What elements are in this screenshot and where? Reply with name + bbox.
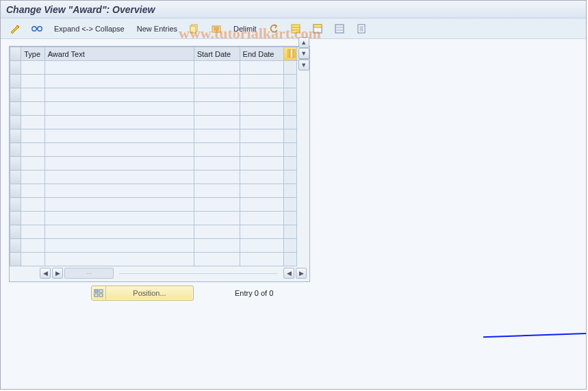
grid-cell[interactable] bbox=[240, 61, 284, 75]
grid-cell[interactable] bbox=[21, 116, 44, 129]
grid-cell[interactable] bbox=[44, 61, 194, 75]
new-entries-button[interactable]: New Entries bbox=[131, 21, 183, 36]
table-row[interactable] bbox=[10, 116, 309, 129]
grid-cell[interactable] bbox=[44, 157, 194, 171]
row-selector[interactable] bbox=[10, 143, 21, 157]
grid-cell[interactable] bbox=[240, 88, 284, 102]
table-row[interactable] bbox=[10, 212, 309, 225]
grid-cell[interactable] bbox=[44, 75, 194, 88]
scroll-down-bottom-icon[interactable]: ▼ bbox=[298, 48, 309, 59]
scroll-down-icon[interactable]: ▼ bbox=[298, 60, 309, 71]
row-selector[interactable] bbox=[10, 129, 21, 143]
grid-cell[interactable] bbox=[21, 129, 44, 143]
grid-cell[interactable] bbox=[44, 253, 194, 266]
grid-cell[interactable] bbox=[194, 143, 240, 157]
copy-icon[interactable] bbox=[184, 21, 205, 36]
grid-cell[interactable] bbox=[21, 102, 44, 116]
position-button[interactable]: Position... bbox=[91, 286, 194, 301]
table-row[interactable] bbox=[10, 129, 309, 143]
grid-cell[interactable] bbox=[21, 75, 44, 88]
scroll-first-icon[interactable]: ◀ bbox=[40, 268, 51, 279]
row-selector[interactable] bbox=[10, 88, 21, 102]
grid-cell[interactable] bbox=[44, 184, 194, 198]
grid-cell[interactable] bbox=[194, 184, 240, 198]
scroll-thumb[interactable]: ⋯ bbox=[64, 268, 114, 279]
row-selector[interactable] bbox=[10, 75, 21, 88]
grid-cell[interactable] bbox=[194, 198, 240, 212]
grid-cell[interactable] bbox=[44, 239, 194, 253]
configure-columns-icon[interactable] bbox=[284, 47, 296, 61]
grid-cell[interactable] bbox=[240, 171, 284, 184]
grid-cell[interactable] bbox=[21, 239, 44, 253]
row-selector[interactable] bbox=[10, 198, 21, 212]
grid-cell[interactable] bbox=[44, 198, 194, 212]
grid-cell[interactable] bbox=[194, 225, 240, 239]
grid-cell[interactable] bbox=[194, 253, 240, 266]
undo-icon[interactable] bbox=[264, 21, 284, 36]
table-row[interactable] bbox=[10, 253, 309, 266]
row-selector[interactable] bbox=[10, 61, 21, 75]
select-all-icon[interactable] bbox=[285, 21, 306, 36]
delimit-button[interactable]: Delimit bbox=[228, 21, 262, 36]
grid-cell[interactable] bbox=[240, 184, 284, 198]
grid-cell[interactable] bbox=[240, 129, 284, 143]
grid-cell[interactable] bbox=[240, 198, 284, 212]
deselect-all-icon[interactable] bbox=[329, 21, 350, 36]
row-selector[interactable] bbox=[10, 184, 21, 198]
table-row[interactable] bbox=[10, 75, 309, 88]
grid-cell[interactable] bbox=[44, 129, 194, 143]
grid-cell[interactable] bbox=[21, 143, 44, 157]
grid-cell[interactable] bbox=[21, 225, 44, 239]
grid-cell[interactable] bbox=[240, 212, 284, 225]
col-header-award-text[interactable]: Award Text bbox=[44, 47, 194, 61]
grid-cell[interactable] bbox=[194, 171, 240, 184]
delete-icon[interactable] bbox=[206, 21, 227, 36]
grid-cell[interactable] bbox=[44, 88, 194, 102]
row-selector[interactable] bbox=[10, 253, 21, 266]
table-row[interactable] bbox=[10, 239, 309, 253]
grid-cell[interactable] bbox=[21, 212, 44, 225]
row-selector[interactable] bbox=[10, 157, 21, 171]
table-row[interactable] bbox=[10, 157, 309, 171]
grid-cell[interactable] bbox=[194, 116, 240, 129]
doc-list-icon[interactable] bbox=[351, 21, 372, 36]
grid-cell[interactable] bbox=[240, 225, 284, 239]
row-selector[interactable] bbox=[10, 212, 21, 225]
expand-collapse-button[interactable]: Expand <-> Collapse bbox=[49, 21, 130, 36]
col-header-end-date[interactable]: End Date bbox=[240, 47, 284, 61]
table-row[interactable] bbox=[10, 225, 309, 239]
grid-cell[interactable] bbox=[44, 212, 194, 225]
grid-cell[interactable] bbox=[44, 102, 194, 116]
row-selector[interactable] bbox=[10, 239, 21, 253]
table-row[interactable] bbox=[10, 102, 309, 116]
scroll-up-bottom-icon[interactable]: ▲ bbox=[298, 37, 309, 48]
table-row[interactable] bbox=[10, 198, 309, 212]
grid-cell[interactable] bbox=[44, 225, 194, 239]
table-row[interactable] bbox=[10, 143, 309, 157]
table-row[interactable] bbox=[10, 61, 309, 75]
table-row[interactable] bbox=[10, 88, 309, 102]
grid-cell[interactable] bbox=[21, 171, 44, 184]
scroll-last-icon[interactable]: ▶ bbox=[296, 268, 307, 279]
grid-cell[interactable] bbox=[194, 212, 240, 225]
grid-cell[interactable] bbox=[44, 143, 194, 157]
grid-cell[interactable] bbox=[194, 88, 240, 102]
grid-cell[interactable] bbox=[240, 239, 284, 253]
grid-cell[interactable] bbox=[44, 116, 194, 129]
row-selector[interactable] bbox=[10, 102, 21, 116]
grid-cell[interactable] bbox=[240, 253, 284, 266]
grid-cell[interactable] bbox=[194, 61, 240, 75]
row-selector-header[interactable] bbox=[10, 47, 21, 61]
grid-cell[interactable] bbox=[194, 75, 240, 88]
glasses-icon[interactable] bbox=[27, 21, 47, 36]
grid-cell[interactable] bbox=[240, 143, 284, 157]
scroll-left-icon[interactable]: ▶ bbox=[52, 268, 63, 279]
grid-cell[interactable] bbox=[240, 102, 284, 116]
select-block-icon[interactable] bbox=[307, 21, 328, 36]
table-row[interactable] bbox=[10, 184, 309, 198]
row-selector[interactable] bbox=[10, 116, 21, 129]
grid-cell[interactable] bbox=[21, 198, 44, 212]
grid-cell[interactable] bbox=[240, 116, 284, 129]
table-row[interactable] bbox=[10, 171, 309, 184]
grid-cell[interactable] bbox=[240, 157, 284, 171]
